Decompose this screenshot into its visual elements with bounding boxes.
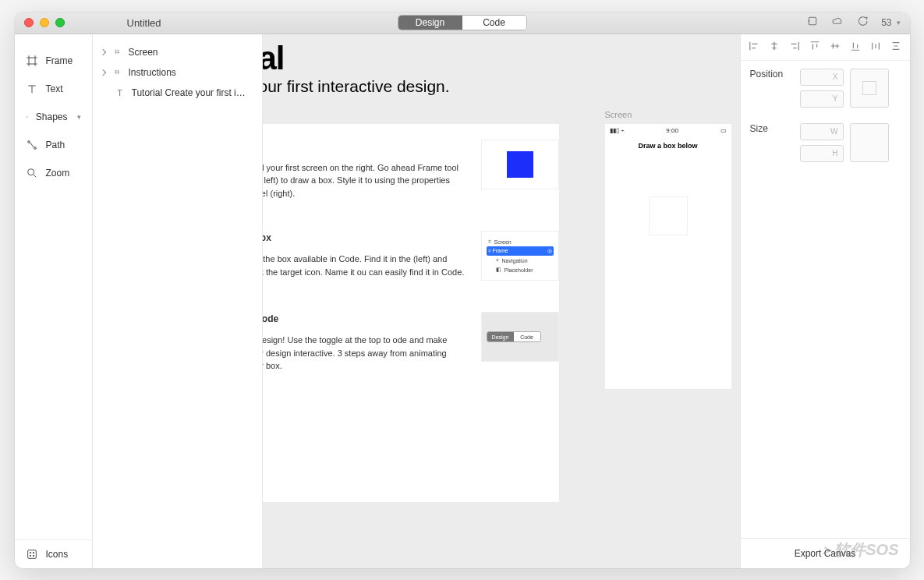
- mock-time: 9:00: [666, 127, 678, 134]
- step-3-title: o Code: [263, 312, 466, 326]
- signal-icon: ▮▮▯ ⌁: [610, 127, 625, 134]
- inspector-panel: Position X Y Size W H Export Canvas: [740, 34, 910, 568]
- size-w-input[interactable]: W: [800, 123, 844, 140]
- align-center-h-icon[interactable]: [769, 41, 780, 54]
- mini-seg-design: Design: [487, 332, 514, 341]
- zoom-icon: [26, 167, 38, 179]
- tool-shapes[interactable]: Shapes ▾: [15, 103, 92, 131]
- tab-design[interactable]: Design: [398, 16, 462, 30]
- disclosure-icon: [99, 48, 105, 55]
- layer-tutorial-text[interactable]: T Tutorial Create your first i…: [93, 83, 262, 103]
- position-x-input[interactable]: X: [800, 69, 844, 86]
- mini-layer-frame: Frame: [492, 248, 508, 253]
- position-y-input[interactable]: Y: [800, 90, 844, 108]
- svg-point-1: [27, 140, 30, 143]
- tool-icons[interactable]: Icons: [15, 540, 92, 568]
- tool-path[interactable]: Path: [15, 131, 92, 159]
- chat-icon[interactable]: [856, 15, 869, 30]
- text-icon: [26, 83, 38, 95]
- layer-screen[interactable]: ⌗ Screen: [93, 42, 262, 62]
- mini-seg-code: Code: [514, 332, 540, 341]
- mini-layer-placeholder: Placeholder: [504, 267, 533, 273]
- frame-icon: ⌗: [112, 47, 122, 57]
- step-2-visual: ⌗Screen ⌗ Frame◎ ⌗Navigation ◧Placeholde…: [481, 231, 559, 281]
- cloud-icon[interactable]: [831, 15, 844, 30]
- tool-text-label: Text: [46, 83, 63, 94]
- design-canvas[interactable]: al our first interactive design. ox ared…: [263, 34, 740, 568]
- position-row: Position X Y: [741, 61, 910, 115]
- size-h-input[interactable]: H: [800, 145, 844, 162]
- blue-box-example: [507, 151, 533, 178]
- svg-point-3: [27, 168, 34, 175]
- align-top-icon[interactable]: [809, 41, 820, 54]
- minimize-window-button[interactable]: [40, 18, 49, 27]
- share-icon[interactable]: [806, 15, 819, 30]
- svg-rect-4: [27, 550, 36, 558]
- chevron-down-icon: ▾: [897, 19, 901, 27]
- svg-point-6: [33, 552, 34, 553]
- tool-frame-label: Frame: [46, 55, 73, 66]
- svg-rect-0: [809, 17, 816, 24]
- svg-point-5: [30, 552, 30, 553]
- tool-zoom-label: Zoom: [46, 168, 70, 179]
- svg-point-8: [33, 555, 34, 556]
- align-right-icon[interactable]: [789, 41, 800, 54]
- align-bottom-icon[interactable]: [850, 41, 861, 54]
- step-3-body: in Design! Use the toggle at the top to …: [263, 334, 466, 373]
- icons-icon: [26, 548, 38, 561]
- mock-placeholder-box: [649, 196, 688, 235]
- tool-frame[interactable]: Frame: [15, 47, 92, 75]
- step-2-body: ake the box available in Code. Find it i…: [263, 253, 466, 278]
- document-title: Untitled: [127, 17, 161, 29]
- layer-label: Tutorial Create your first i…: [132, 87, 246, 98]
- shapes-icon: [26, 111, 28, 123]
- notification-count-value: 53: [881, 17, 891, 28]
- layer-instructions[interactable]: ⌗ Instructions: [93, 62, 262, 83]
- tutorial-step-1: ox ared your first screen on the right. …: [263, 140, 559, 200]
- traffic-lights: [24, 18, 65, 27]
- svg-point-7: [30, 555, 30, 556]
- anchor-control[interactable]: [850, 69, 889, 108]
- text-icon: T: [115, 88, 126, 97]
- constraints-control[interactable]: [850, 123, 889, 162]
- layers-panel: ⌗ Screen ⌗ Instructions T Tutorial Creat…: [93, 34, 263, 568]
- app-body: Frame Text Shapes ▾ Path Zoom: [15, 34, 910, 568]
- tool-path-label: Path: [46, 140, 65, 150]
- tool-zoom[interactable]: Zoom: [15, 159, 92, 187]
- tutorial-step-2: e box ake the box available in Code. Fin…: [263, 231, 559, 281]
- tool-text[interactable]: Text: [15, 75, 92, 103]
- size-row: Size W H: [741, 115, 910, 170]
- frame-icon: [26, 55, 38, 67]
- distribute-v-icon[interactable]: [890, 41, 901, 54]
- position-label: Position: [750, 69, 794, 80]
- alignment-controls: [741, 34, 910, 61]
- layer-label: Instructions: [129, 67, 176, 78]
- tool-shapes-label: Shapes: [36, 111, 68, 122]
- notification-count[interactable]: 53 ▾: [881, 17, 900, 28]
- tab-code[interactable]: Code: [462, 16, 526, 30]
- artboard-label: Screen: [605, 110, 632, 119]
- export-canvas-button[interactable]: Export Canvas: [741, 538, 910, 568]
- chevron-down-icon: ▾: [77, 113, 81, 121]
- tool-icons-label: Icons: [46, 549, 69, 560]
- design-code-toggle: Design Code: [398, 15, 527, 30]
- close-window-button[interactable]: [24, 18, 34, 27]
- mock-screen-heading: Draw a box below: [605, 142, 731, 150]
- step-1-body: ared your first screen on the right. Go …: [263, 161, 466, 200]
- frame-icon: ⌗: [112, 67, 122, 77]
- align-left-icon[interactable]: [749, 41, 759, 54]
- distribute-h-icon[interactable]: [870, 41, 881, 54]
- size-label: Size: [750, 123, 794, 134]
- align-center-v-icon[interactable]: [830, 41, 841, 54]
- app-window: Untitled Design Code 53 ▾ F: [15, 12, 910, 568]
- maximize-window-button[interactable]: [55, 18, 65, 27]
- battery-icon: ▭: [720, 127, 727, 134]
- path-icon: [26, 139, 38, 151]
- tutorial-title: al: [263, 40, 285, 77]
- mini-layer-navigation: Navigation: [502, 258, 528, 263]
- artboard-instructions[interactable]: ox ared your first screen on the right. …: [263, 124, 559, 502]
- artboard-screen[interactable]: Screen ▮▮▯ ⌁ 9:00 ▭ Draw a box below: [605, 124, 731, 389]
- svg-point-2: [34, 147, 36, 149]
- layer-label: Screen: [129, 47, 158, 58]
- mini-toggle: Design Code: [487, 331, 541, 342]
